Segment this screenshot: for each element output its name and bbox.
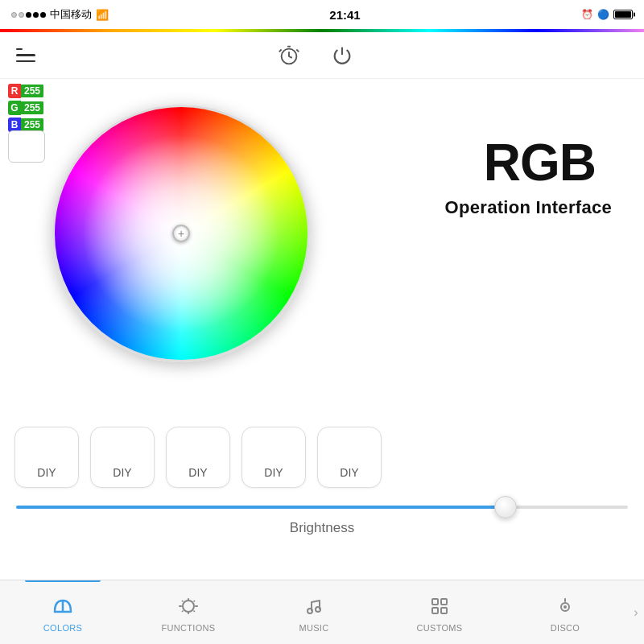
tab-disco[interactable]: DISCO (502, 580, 628, 644)
svg-line-3 (194, 601, 196, 602)
g-value: 255 (21, 101, 43, 114)
color-wheel[interactable]: + (52, 105, 310, 362)
r-letter: R (8, 84, 21, 98)
functions-tab-label: FUNCTIONS (162, 623, 216, 633)
status-bar: 中国移动 📶 21:41 ⏰ 🔵 (0, 0, 644, 29)
brightness-label: Brightness (16, 520, 628, 536)
color-preview (8, 130, 45, 163)
svg-line-4 (182, 610, 184, 612)
color-wheel-container[interactable]: + (44, 76, 318, 390)
wifi-icon: 📶 (96, 9, 109, 21)
nav-center-icons (277, 43, 354, 68)
svg-line-2 (182, 601, 184, 602)
status-left: 中国移动 📶 (11, 7, 109, 22)
top-nav (0, 32, 644, 79)
diy-button-2[interactable]: DIY (90, 427, 155, 488)
alarm-status-icon: ⏰ (581, 9, 593, 20)
rgb-labels: R 255 G 255 B 255 (8, 84, 43, 132)
tab-scroll-arrow[interactable]: › (628, 580, 644, 644)
functions-icon (178, 597, 199, 620)
wheel-center: + (172, 225, 190, 242)
alarm-button[interactable] (277, 43, 301, 68)
status-right: ⏰ 🔵 (581, 9, 633, 20)
power-button[interactable] (330, 43, 354, 68)
brightness-slider-thumb[interactable] (494, 496, 517, 518)
svg-rect-8 (432, 599, 438, 605)
customs-icon (431, 597, 448, 620)
signal-strength (11, 12, 46, 18)
music-tab-label: MUSIC (299, 623, 329, 633)
colors-tab-label: COLORS (43, 623, 82, 633)
diy-button-1[interactable]: DIY (14, 427, 79, 488)
brightness-container: Brightness (8, 506, 636, 536)
svg-point-1 (183, 601, 194, 612)
diy-button-4[interactable]: DIY (242, 427, 306, 488)
rgb-subtitle: Operation Interface (445, 197, 612, 218)
tab-bar: COLORS FUNCTIONS (0, 580, 644, 644)
svg-point-6 (308, 609, 312, 613)
diy-button-5[interactable]: DIY (317, 427, 382, 488)
r-value: 255 (21, 85, 43, 97)
customs-tab-label: CUSTOMS (417, 623, 463, 633)
tab-music[interactable]: MUSIC (251, 580, 377, 644)
disco-tab-label: DISCO (551, 623, 580, 633)
carrier-label: 中国移动 (50, 7, 92, 22)
tab-functions[interactable]: FUNCTIONS (126, 580, 251, 644)
tab-colors[interactable]: COLORS (0, 580, 126, 644)
diy-button-3[interactable]: DIY (166, 427, 230, 488)
svg-point-7 (316, 607, 320, 612)
svg-rect-11 (441, 608, 447, 613)
disco-icon (556, 597, 574, 620)
g-letter: G (8, 101, 21, 115)
time-display: 21:41 (329, 8, 360, 22)
g-label-row: G 255 (8, 101, 43, 115)
svg-point-13 (564, 605, 567, 609)
tab-customs[interactable]: CUSTOMS (377, 580, 502, 644)
battery-icon (613, 10, 633, 19)
svg-rect-9 (441, 599, 447, 605)
music-icon (305, 597, 323, 620)
bluetooth-icon: 🔵 (597, 9, 609, 20)
brightness-slider-track[interactable] (16, 506, 628, 509)
svg-rect-10 (432, 608, 438, 613)
svg-line-5 (194, 610, 196, 612)
rgb-title: RGB (484, 133, 596, 192)
b-value: 255 (21, 118, 43, 131)
diy-row: DIY DIY DIY DIY DIY (8, 427, 636, 488)
menu-button[interactable] (16, 48, 35, 63)
colors-icon (52, 597, 73, 620)
r-label-row: R 255 (8, 84, 43, 98)
